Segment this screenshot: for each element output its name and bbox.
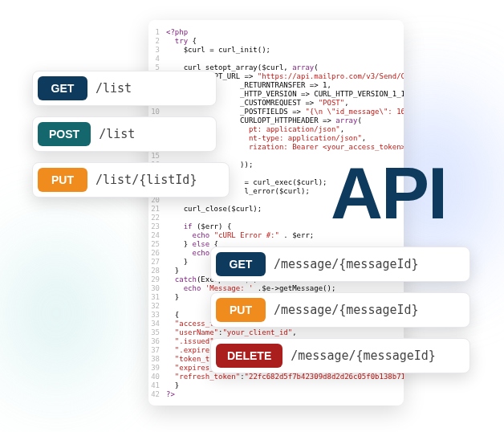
line-number: 35 <box>148 328 166 337</box>
code-line: 4 <box>148 55 404 63</box>
http-verb-badge: PUT <box>216 298 266 322</box>
code-content: try { <box>166 37 404 46</box>
line-number: 21 <box>148 205 166 214</box>
endpoint-pill-delete-message[interactable]: DELETE /message/{messageId} <box>210 338 470 373</box>
line-number: 36 <box>148 337 166 346</box>
code-content: ?> <box>166 390 404 399</box>
code-content: } <box>166 381 404 390</box>
code-content: "refresh_token":"22fc682d5f7b42309d8d2d2… <box>166 373 404 381</box>
http-verb-badge: DELETE <box>216 344 282 368</box>
api-heading: API <box>331 153 446 235</box>
line-number: 30 <box>148 284 166 293</box>
code-content: "userName":"your_client_id", <box>166 328 404 337</box>
line-number: 42 <box>148 390 166 399</box>
http-verb-badge: POST <box>38 122 91 146</box>
endpoint-path: /list/{listId} <box>92 163 209 197</box>
line-number: 24 <box>148 231 166 240</box>
code-line: 3 $curl = curl_init(); <box>148 46 404 55</box>
line-number: 32 <box>148 302 166 311</box>
code-line: 42?> <box>148 390 404 399</box>
code-line: 41 } <box>148 381 404 390</box>
endpoint-pill-put-list[interactable]: PUT /list/{listId} <box>32 162 230 198</box>
line-number: 41 <box>148 381 166 390</box>
line-number: 26 <box>148 249 166 258</box>
line-number: 34 <box>148 320 166 328</box>
line-number: 22 <box>148 214 166 222</box>
line-number: 39 <box>148 364 166 373</box>
code-content <box>166 55 404 63</box>
line-number: 40 <box>148 373 166 381</box>
endpoint-pill-post-list[interactable]: POST /list <box>32 116 217 152</box>
endpoint-path: /message/{messageId} <box>270 247 432 281</box>
endpoint-path: /message/{messageId} <box>287 339 449 373</box>
code-line: 35 "userName":"your_client_id", <box>148 328 404 337</box>
endpoint-pill-get-message[interactable]: GET /message/{messageId} <box>210 247 470 282</box>
http-verb-badge: GET <box>216 252 266 276</box>
line-number: 37 <box>148 346 166 355</box>
http-verb-badge: GET <box>38 76 87 100</box>
endpoint-path: /list <box>92 71 144 105</box>
line-number: 25 <box>148 240 166 249</box>
code-content: $curl = curl_init(); <box>166 46 404 55</box>
line-number: 28 <box>148 267 166 275</box>
line-number: 33 <box>148 311 166 320</box>
line-number: 29 <box>148 275 166 284</box>
line-number: 3 <box>148 46 166 55</box>
code-line: 10 _POSTFIELDS => "{\n \"id_message\": 1… <box>148 108 404 116</box>
code-line: 1<?php <box>148 28 404 37</box>
line-number: 27 <box>148 258 166 267</box>
code-line: 2 try { <box>148 37 404 46</box>
line-number: 2 <box>148 37 166 46</box>
bg-glow-teal <box>8 241 104 385</box>
line-number: 23 <box>148 222 166 231</box>
code-content: <?php <box>166 28 404 37</box>
code-content: _POSTFIELDS => "{\n \"id_message\": 1671… <box>166 108 404 116</box>
endpoint-path: /list <box>96 117 148 151</box>
line-number: 38 <box>148 355 166 364</box>
line-number: 15 <box>148 152 166 161</box>
line-number: 31 <box>148 293 166 302</box>
line-number: 10 <box>148 108 166 116</box>
http-verb-badge: PUT <box>38 168 87 192</box>
code-line: 40 "refresh_token":"22fc682d5f7b42309d8d… <box>148 373 404 381</box>
endpoint-pill-put-message[interactable]: PUT /message/{messageId} <box>210 292 470 328</box>
endpoint-path: /message/{messageId} <box>270 293 432 327</box>
line-number: 1 <box>148 28 166 37</box>
endpoint-pill-get-list[interactable]: GET /list <box>32 71 217 106</box>
line-number: 4 <box>148 55 166 63</box>
